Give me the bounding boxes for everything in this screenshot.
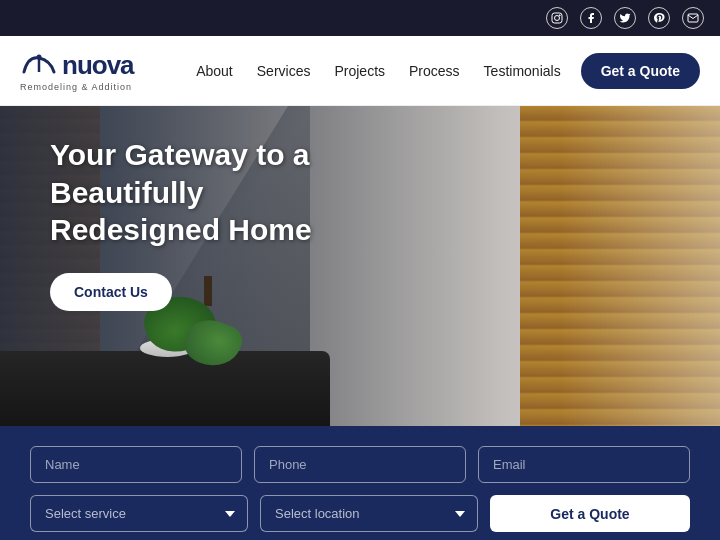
- service-select[interactable]: Select service Kitchen Remodeling Bathro…: [30, 495, 248, 532]
- get-quote-button[interactable]: Get a Quote: [490, 495, 690, 532]
- quote-form-section: Select service Kitchen Remodeling Bathro…: [0, 426, 720, 540]
- form-row-1: [30, 446, 690, 483]
- contact-us-button[interactable]: Contact Us: [50, 273, 172, 311]
- email-input[interactable]: [478, 446, 690, 483]
- twitter-icon[interactable]: [614, 7, 636, 29]
- logo-text: nuova: [62, 52, 134, 78]
- nav-about[interactable]: About: [196, 63, 233, 79]
- hero-table: [0, 351, 330, 426]
- form-row-2: Select service Kitchen Remodeling Bathro…: [30, 495, 690, 532]
- nav-services[interactable]: Services: [257, 63, 311, 79]
- pinterest-icon[interactable]: [648, 7, 670, 29]
- logo-icon: [20, 50, 58, 80]
- hero-content: Your Gateway to a Beautifully Redesigned…: [50, 136, 330, 311]
- nav-projects[interactable]: Projects: [334, 63, 385, 79]
- nav-get-quote-button[interactable]: Get a Quote: [581, 53, 700, 89]
- instagram-icon[interactable]: [546, 7, 568, 29]
- phone-input[interactable]: [254, 446, 466, 483]
- location-select[interactable]: Select location Los Angeles San Francisc…: [260, 495, 478, 532]
- logo-subtitle: Remodeling & Addition: [20, 82, 132, 92]
- svg-point-3: [37, 54, 42, 59]
- nav-process[interactable]: Process: [409, 63, 460, 79]
- social-bar: [0, 0, 720, 36]
- name-input[interactable]: [30, 446, 242, 483]
- logo[interactable]: nuova Remodeling & Addition: [20, 50, 134, 92]
- nav-links: About Services Projects Process Testimon…: [196, 63, 560, 79]
- nav-testimonials[interactable]: Testimonials: [484, 63, 561, 79]
- svg-point-1: [555, 16, 560, 21]
- navbar: nuova Remodeling & Addition About Servic…: [0, 36, 720, 106]
- hero-title: Your Gateway to a Beautifully Redesigned…: [50, 136, 330, 249]
- svg-point-2: [559, 15, 560, 16]
- hero-section: Your Gateway to a Beautifully Redesigned…: [0, 106, 720, 426]
- facebook-icon[interactable]: [580, 7, 602, 29]
- email-icon[interactable]: [682, 7, 704, 29]
- svg-rect-0: [552, 13, 562, 23]
